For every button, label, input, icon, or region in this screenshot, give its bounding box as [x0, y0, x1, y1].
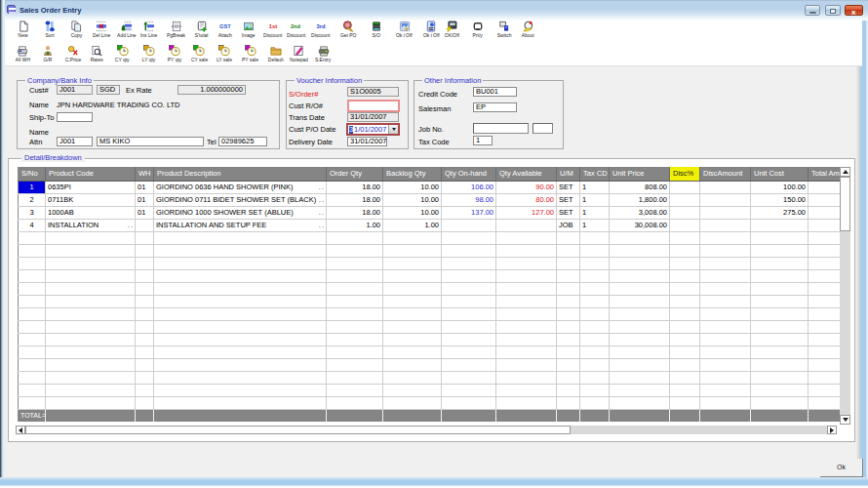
svg-text:3rd: 3rd — [316, 23, 325, 29]
svg-text:2nd: 2nd — [291, 23, 301, 29]
svg-text:GST: GST — [219, 23, 231, 29]
svg-text:1st: 1st — [268, 23, 276, 29]
